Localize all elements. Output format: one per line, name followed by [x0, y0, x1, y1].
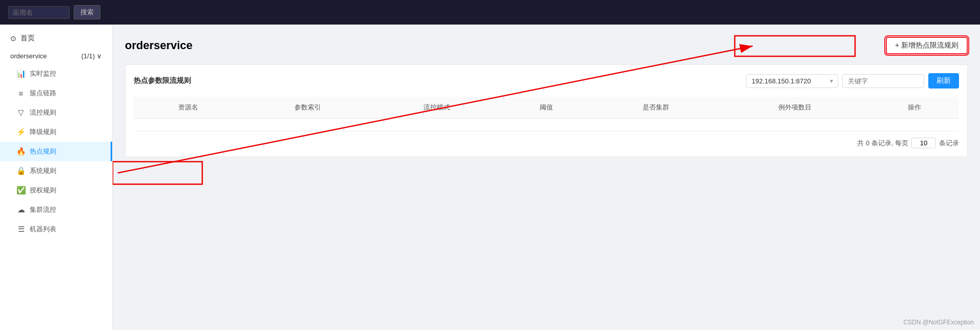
machine-icon: ☰: [16, 225, 26, 234]
hotspot-rules-card: 热点参数限流规则 192.168.150.1:8720 ▼ 刷新: [125, 64, 968, 157]
col-action: 操作: [870, 97, 959, 119]
sidebar-item-realtime[interactable]: 📊 实时监控: [0, 64, 112, 83]
svg-rect-2: [113, 162, 202, 184]
home-icon: ⊙: [10, 34, 16, 42]
sidebar-item-machine-label: 机器列表: [30, 225, 56, 234]
sidebar-item-cluster-label: 集群流控: [30, 205, 56, 214]
sidebar-item-auth-label: 授权规则: [30, 186, 56, 195]
sidebar: ⊙ 首页 orderservice (1/1) ∨ 📊 实时监控 ≡ 簇点链路 …: [0, 25, 113, 330]
sidebar-item-system[interactable]: 🔒 系统规则: [0, 161, 112, 181]
app-search-button[interactable]: 搜索: [74, 5, 100, 19]
hotspot-rules-table: 资源名 参数索引 流控模式 阈值 是否集群 例外项数目 操作: [134, 97, 959, 131]
page-header: orderservice + 新增热点限流规则: [125, 37, 968, 54]
col-cluster: 是否集群: [591, 97, 720, 119]
sidebar-app-item[interactable]: orderservice (1/1) ∨: [0, 48, 112, 64]
card-filters: 192.168.150.1:8720 ▼ 刷新: [746, 73, 959, 89]
col-resource: 资源名: [134, 97, 243, 119]
sidebar-item-trace[interactable]: ≡ 簇点链路: [0, 83, 112, 103]
degrade-icon: ⚡: [16, 127, 26, 137]
ip-select[interactable]: 192.168.150.1:8720: [746, 74, 838, 88]
sidebar-item-machine[interactable]: ☰ 机器列表: [0, 219, 112, 239]
keyword-input[interactable]: [842, 74, 924, 88]
add-hotspot-rule-button[interactable]: + 新增热点限流规则: [886, 37, 968, 54]
cloud-icon: ☁: [16, 205, 26, 214]
sidebar-item-realtime-label: 实时监控: [30, 69, 56, 78]
sidebar-item-hotspot-label: 热点规则: [30, 147, 56, 156]
main-content: orderservice + 新增热点限流规则 热点参数限流规则 192.168…: [113, 25, 980, 330]
card-title: 热点参数限流规则: [134, 76, 191, 85]
table-header-row: 资源名 参数索引 流控模式 阈值 是否集群 例外项数目 操作: [134, 97, 959, 119]
refresh-button[interactable]: 刷新: [928, 73, 959, 89]
sidebar-home-label: 首页: [20, 34, 35, 43]
sidebar-app-count: (1/1) ∨: [81, 52, 102, 60]
sidebar-item-cluster[interactable]: ☁ 集群流控: [0, 200, 112, 219]
top-nav: 搜索: [0, 0, 980, 25]
auth-icon: ✅: [16, 186, 26, 195]
sidebar-item-hotspot[interactable]: 🔥 热点规则: [0, 142, 112, 161]
sidebar-item-flow[interactable]: ▽ 流控规则: [0, 103, 112, 122]
sidebar-item-trace-label: 簇点链路: [30, 89, 56, 98]
pagination-total-text: 共 0 条记录, 每页: [857, 139, 908, 148]
sidebar-home-item[interactable]: ⊙ 首页: [0, 29, 112, 48]
trace-icon: ≡: [16, 89, 26, 98]
per-page-input[interactable]: [911, 138, 936, 148]
layout: ⊙ 首页 orderservice (1/1) ∨ 📊 实时监控 ≡ 簇点链路 …: [0, 25, 980, 330]
pagination-info: 共 0 条记录, 每页 条记录: [134, 138, 959, 148]
card-header: 热点参数限流规则 192.168.150.1:8720 ▼ 刷新: [134, 73, 959, 89]
lock-icon: 🔒: [16, 166, 26, 175]
sidebar-item-auth[interactable]: ✅ 授权规则: [0, 181, 112, 200]
page-title: orderservice: [125, 39, 193, 52]
empty-state: [134, 119, 959, 131]
ip-select-wrapper: 192.168.150.1:8720 ▼: [746, 74, 838, 88]
chart-icon: 📊: [16, 69, 26, 78]
chevron-icon: ∨: [97, 52, 102, 60]
sidebar-item-system-label: 系统规则: [30, 166, 56, 175]
table-empty-row: [134, 119, 959, 131]
filter-icon: ▽: [16, 108, 26, 117]
col-flow-mode: 流控模式: [372, 97, 502, 119]
app-search-input[interactable]: [8, 6, 70, 19]
watermark: CSDN @NotGFException: [903, 319, 974, 326]
sidebar-item-flow-label: 流控规则: [30, 108, 56, 117]
hotspot-icon: 🔥: [16, 147, 26, 156]
pagination-unit-text: 条记录: [939, 139, 959, 148]
col-param-index: 参数索引: [243, 97, 373, 119]
sidebar-item-degrade-label: 降级规则: [30, 127, 56, 137]
sidebar-item-degrade[interactable]: ⚡ 降级规则: [0, 122, 112, 142]
col-exception-count: 例外项数目: [720, 97, 870, 119]
col-threshold: 阈值: [502, 97, 591, 119]
sidebar-app-name: orderservice: [10, 52, 47, 60]
